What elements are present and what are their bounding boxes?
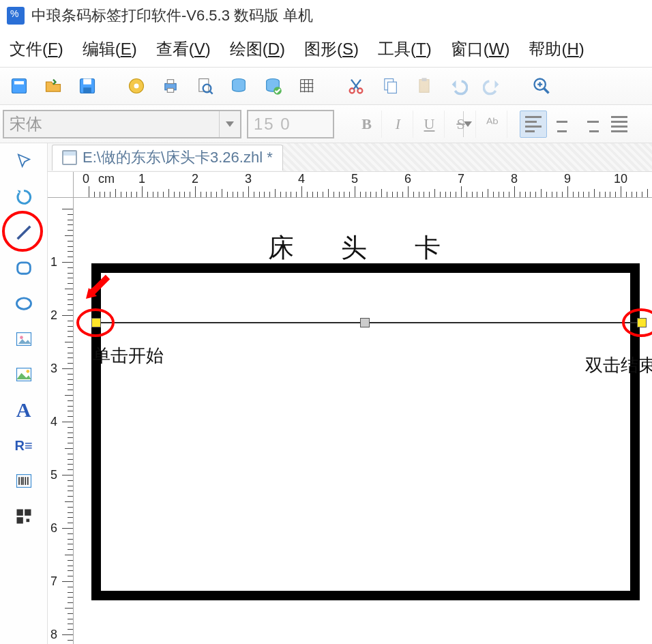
font-toolbar: B I U S ᴬᵇ (0, 105, 652, 143)
app-icon (7, 7, 25, 25)
save-button[interactable] (74, 72, 101, 100)
svg-rect-51 (16, 517, 23, 523)
svg-line-36 (17, 226, 30, 239)
menu-draw[interactable]: 绘图(D) (230, 38, 285, 60)
svg-rect-50 (25, 510, 31, 516)
document-area: E:\做的东东\床头卡3.26.zhl * cm012345678910 123… (48, 143, 652, 644)
svg-rect-30 (419, 80, 429, 93)
menu-tool[interactable]: 工具(T) (378, 38, 432, 60)
svg-rect-1 (14, 81, 24, 85)
canvas-page[interactable]: 床 头 卡 单击开始 双击结束 (89, 209, 640, 644)
annotation-start-text: 单击开始 (93, 344, 164, 368)
svg-rect-8 (167, 80, 173, 84)
font-name-combo[interactable] (3, 110, 241, 138)
ruler-horizontal[interactable]: cm012345678910 (74, 172, 652, 198)
menu-file[interactable]: 文件(F) (10, 38, 63, 60)
document-tabs: E:\做的东东\床头卡3.26.zhl * (48, 143, 652, 172)
window-title: 中琅条码标签打印软件-V6.5.3 数码版 单机 (31, 5, 313, 26)
rounded-rect-tool[interactable] (8, 252, 40, 284)
align-group (520, 111, 633, 138)
svg-point-40 (20, 336, 23, 339)
grid-button[interactable] (293, 72, 321, 100)
database-button[interactable] (225, 72, 252, 100)
svg-rect-29 (388, 82, 397, 93)
font-name-input[interactable] (4, 115, 219, 134)
line-start-handle[interactable] (91, 318, 101, 327)
tab-strip (283, 143, 652, 171)
line-tool[interactable] (8, 217, 40, 248)
svg-rect-3 (83, 79, 91, 85)
redo-button[interactable] (479, 72, 506, 100)
image-tool[interactable] (8, 323, 40, 355)
ruler-vertical[interactable]: 12345678 (48, 198, 74, 644)
svg-rect-4 (83, 87, 91, 93)
ellipse-tool[interactable] (8, 288, 40, 319)
menu-edit[interactable]: 编辑(E) (83, 38, 137, 60)
line-mid-handle[interactable] (360, 318, 370, 327)
annotation-end-text: 双击结束 (585, 353, 652, 377)
canvas-wrap: cm012345678910 12345678 床 头 卡 单击开始 双击结束 (48, 172, 652, 644)
svg-rect-0 (12, 79, 27, 93)
annotation-arrow (83, 274, 110, 302)
text-tool[interactable]: A (8, 394, 40, 426)
svg-point-6 (134, 84, 139, 89)
italic-button[interactable]: I (383, 111, 413, 138)
open-button[interactable] (40, 72, 67, 100)
barcode-tool[interactable] (8, 465, 40, 497)
font-name-dropdown[interactable] (219, 111, 240, 137)
copy-button[interactable] (376, 72, 404, 100)
page-border-rect (91, 263, 640, 600)
line-end-handle[interactable] (637, 318, 647, 327)
undo-button[interactable] (445, 72, 472, 100)
paste-button[interactable] (411, 72, 438, 100)
svg-rect-49 (16, 510, 23, 516)
qrcode-tool[interactable] (8, 501, 40, 532)
tab-label: E:\做的东东\床头卡3.26.zhl * (83, 147, 273, 168)
page-title-text: 床 头 卡 (268, 231, 461, 265)
pointer-tool[interactable] (8, 146, 40, 177)
menu-shape[interactable]: 图形(S) (304, 38, 359, 60)
align-center-button[interactable] (548, 111, 576, 138)
menu-bar: 文件(F) 编辑(E) 查看(V) 绘图(D) 图形(S) 工具(T) 窗口(W… (0, 31, 652, 67)
new-button[interactable] (5, 72, 33, 100)
svg-rect-52 (26, 519, 29, 523)
ruler-corner (48, 172, 74, 198)
strike-button[interactable]: S (446, 111, 476, 138)
textstyle-button[interactable]: ᴬᵇ (477, 111, 507, 138)
picture-tool[interactable] (8, 359, 40, 390)
richtext-tool[interactable]: R≡ (8, 430, 40, 461)
zoom-in-button[interactable] (528, 72, 555, 100)
rotate-tool[interactable] (8, 181, 40, 213)
svg-line-12 (210, 91, 213, 94)
menu-window[interactable]: 窗口(W) (451, 38, 510, 60)
svg-rect-9 (167, 89, 173, 93)
svg-rect-31 (422, 78, 427, 81)
tab-doc-icon (62, 150, 77, 165)
format-group: B I U S ᴬᵇ (352, 111, 507, 138)
underline-button[interactable]: U (415, 111, 445, 138)
font-size-combo[interactable] (247, 110, 334, 138)
print-preview-button[interactable] (191, 72, 218, 100)
tool-palette: A R≡ (0, 143, 48, 644)
bold-button[interactable]: B (352, 111, 382, 138)
document-tab[interactable]: E:\做的东东\床头卡3.26.zhl * (52, 145, 283, 171)
svg-line-33 (544, 89, 549, 93)
menu-view[interactable]: 查看(V) (156, 38, 211, 60)
svg-rect-37 (17, 263, 30, 274)
title-bar: 中琅条码标签打印软件-V6.5.3 数码版 单机 (0, 0, 652, 31)
database-ok-button[interactable] (259, 72, 286, 100)
svg-point-38 (16, 298, 31, 309)
workspace: A R≡ E:\做的东东\床头卡3.26.zhl * cm01234567891… (0, 143, 652, 644)
svg-point-42 (26, 370, 29, 373)
settings-button[interactable] (123, 72, 150, 100)
print-button[interactable] (157, 72, 184, 100)
cut-button[interactable] (342, 72, 370, 100)
align-justify-button[interactable] (606, 111, 633, 138)
main-toolbar (0, 67, 652, 105)
align-right-button[interactable] (577, 111, 604, 138)
menu-help[interactable]: 帮助(H) (529, 38, 584, 60)
align-left-button[interactable] (520, 111, 547, 138)
